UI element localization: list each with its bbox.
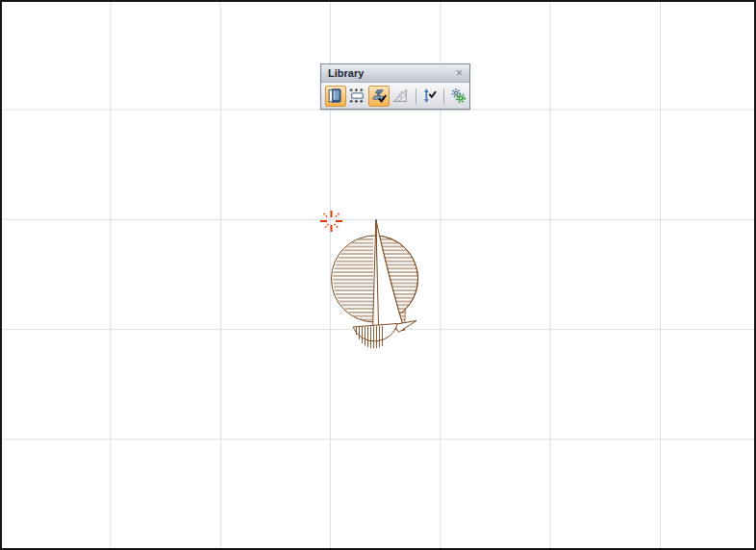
library-palette-titlebar[interactable]: Library × [321, 64, 469, 83]
ramp-gears-icon [392, 88, 409, 104]
macro-ramp-button[interactable] [391, 86, 412, 107]
place-symbol-button[interactable] [368, 86, 390, 107]
settings-button[interactable] [447, 86, 468, 107]
insertion-point-marker-icon [317, 208, 346, 237]
symbol-left-hatch [333, 236, 373, 322]
close-icon[interactable]: × [455, 66, 464, 80]
toolbar-separator [416, 88, 416, 104]
stamp-check-icon [371, 88, 388, 104]
placement-frame-button[interactable] [347, 86, 368, 107]
library-toolbar [321, 83, 469, 109]
dashed-frame-plus-icon [349, 88, 365, 104]
drawing-canvas[interactable]: Library × [0, 0, 756, 550]
library-palette[interactable]: Library × [320, 63, 470, 110]
scale-vertical-button[interactable] [419, 86, 441, 107]
book-icon [327, 88, 343, 104]
vertical-arrow-check-icon [421, 88, 438, 104]
library-book-button[interactable] [325, 86, 346, 107]
toolbar-separator [443, 88, 444, 104]
gears-icon [450, 88, 466, 104]
palette-title: Library [328, 64, 364, 82]
